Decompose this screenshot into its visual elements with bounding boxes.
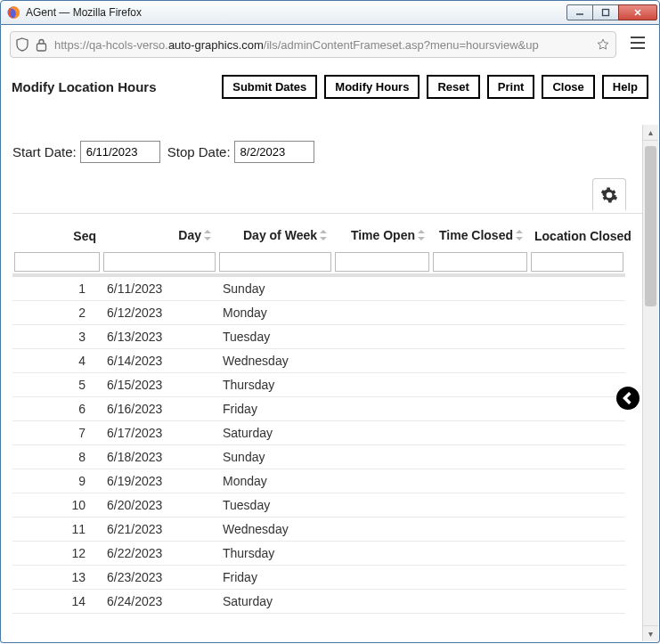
scroll-up-arrow[interactable]: ▴: [643, 125, 658, 141]
cell-closed: [431, 518, 529, 542]
cell-closed: [431, 301, 529, 325]
table-row[interactable]: 96/19/2023Monday: [12, 469, 625, 493]
cell-dow: Saturday: [217, 421, 333, 445]
table-header-row: Seq Day Day of Week Time Open Time Close…: [12, 214, 625, 250]
col-closed[interactable]: Time Closed: [431, 214, 529, 250]
hours-table-wrap: Seq Day Day of Week Time Open Time Close…: [12, 213, 642, 614]
scroll-thumb[interactable]: [645, 146, 656, 306]
table-row[interactable]: 76/17/2023Saturday: [12, 421, 625, 445]
cell-dow: Friday: [217, 397, 333, 421]
print-button[interactable]: Print: [487, 75, 535, 99]
cell-open: [333, 349, 431, 373]
cell-seq: 7: [12, 421, 102, 445]
svg-marker-12: [320, 237, 327, 240]
table-row[interactable]: 126/22/2023Thursday: [12, 542, 625, 566]
cell-location-closed: [529, 542, 625, 566]
table-row[interactable]: 16/11/2023Sunday: [12, 275, 625, 301]
col-dow[interactable]: Day of Week: [217, 214, 333, 250]
cell-day: 6/11/2023: [102, 275, 217, 301]
cell-seq: 8: [12, 445, 102, 469]
cell-open: [333, 518, 431, 542]
cell-open: [333, 301, 431, 325]
shield-icon: [16, 37, 29, 52]
cell-open: [333, 445, 431, 469]
cell-dow: Friday: [217, 566, 333, 590]
table-row[interactable]: 146/24/2023Saturday: [12, 590, 625, 614]
cell-seq: 3: [12, 325, 102, 349]
cell-dow: Monday: [217, 469, 333, 493]
filter-day[interactable]: [103, 252, 216, 272]
settings-gear-tab[interactable]: [592, 178, 626, 210]
window-maximize-button[interactable]: [592, 4, 619, 20]
cell-seq: 12: [12, 542, 102, 566]
svg-marker-10: [204, 237, 211, 240]
cell-day: 6/20/2023: [102, 493, 217, 518]
cell-seq: 14: [12, 590, 102, 614]
close-button[interactable]: Close: [542, 75, 594, 99]
filter-location-closed[interactable]: [531, 252, 623, 272]
table-row[interactable]: 36/13/2023Tuesday: [12, 325, 625, 349]
col-seq[interactable]: Seq: [12, 214, 102, 250]
cell-dow: Thursday: [217, 542, 333, 566]
table-row[interactable]: 106/20/2023Tuesday: [12, 493, 625, 518]
modify-hours-button[interactable]: Modify Hours: [324, 75, 420, 99]
url-host: auto-graphics.com: [168, 38, 264, 52]
lock-icon: [36, 38, 47, 52]
svg-marker-9: [204, 230, 211, 233]
cell-location-closed: [529, 325, 625, 349]
filter-dow[interactable]: [219, 252, 331, 272]
cell-closed: [431, 275, 529, 301]
col-day[interactable]: Day: [102, 214, 217, 250]
filter-seq[interactable]: [14, 252, 100, 272]
url-bar[interactable]: https://qa-hcols-verso.auto-graphics.com…: [10, 31, 616, 58]
cell-open: [333, 566, 431, 590]
scroll-down-arrow[interactable]: ▾: [643, 625, 658, 641]
table-row[interactable]: 136/23/2023Friday: [12, 566, 625, 590]
svg-marker-14: [418, 237, 425, 240]
table-row[interactable]: 26/12/2023Monday: [12, 301, 625, 325]
col-open[interactable]: Time Open: [333, 214, 431, 250]
cell-day: 6/13/2023: [102, 325, 217, 349]
cell-dow: Tuesday: [217, 493, 333, 518]
cell-open: [333, 421, 431, 445]
col-location-closed[interactable]: Location Closed: [529, 214, 625, 250]
firefox-icon: [6, 5, 20, 20]
cell-open: [333, 469, 431, 493]
cell-dow: Wednesday: [217, 518, 333, 542]
chevron-left-icon: [622, 392, 634, 404]
table-row[interactable]: 66/16/2023Friday: [12, 397, 625, 421]
window-buttons: [567, 4, 657, 20]
bookmark-star-icon[interactable]: [596, 37, 610, 52]
collapse-chevron-button[interactable]: [616, 387, 640, 410]
menu-icon[interactable]: [625, 36, 650, 53]
cell-closed: [431, 493, 529, 518]
cell-day: 6/17/2023: [102, 421, 217, 445]
cell-closed: [431, 397, 529, 421]
date-range-row: Start Date: Stop Date:: [12, 141, 642, 163]
table-row[interactable]: 46/14/2023Wednesday: [12, 349, 625, 373]
cell-location-closed: [529, 493, 625, 518]
window-close-button[interactable]: [618, 4, 657, 20]
cell-location-closed: [529, 397, 625, 421]
filter-closed[interactable]: [433, 252, 527, 272]
window-minimize-button[interactable]: [566, 4, 593, 20]
start-date-input[interactable]: [80, 141, 160, 163]
cell-closed: [431, 469, 529, 493]
vertical-scrollbar[interactable]: ▴ ▾: [642, 125, 658, 641]
submit-dates-button[interactable]: Submit Dates: [222, 75, 317, 99]
stop-date-input[interactable]: [234, 141, 314, 163]
hours-table: Seq Day Day of Week Time Open Time Close…: [12, 214, 625, 614]
reset-button[interactable]: Reset: [427, 75, 479, 99]
cell-seq: 4: [12, 349, 102, 373]
url-path: /ils/adminContentFrameset.asp?menu=hours…: [264, 38, 539, 52]
cell-dow: Saturday: [217, 590, 333, 614]
table-row[interactable]: 86/18/2023Sunday: [12, 445, 625, 469]
help-button[interactable]: Help: [602, 75, 648, 99]
cell-location-closed: [529, 275, 625, 301]
table-row[interactable]: 116/21/2023Wednesday: [12, 518, 625, 542]
cell-location-closed: [529, 421, 625, 445]
cell-closed: [431, 590, 529, 614]
table-row[interactable]: 56/15/2023Thursday: [12, 373, 625, 397]
gear-icon: [600, 186, 618, 204]
filter-open[interactable]: [335, 252, 429, 272]
